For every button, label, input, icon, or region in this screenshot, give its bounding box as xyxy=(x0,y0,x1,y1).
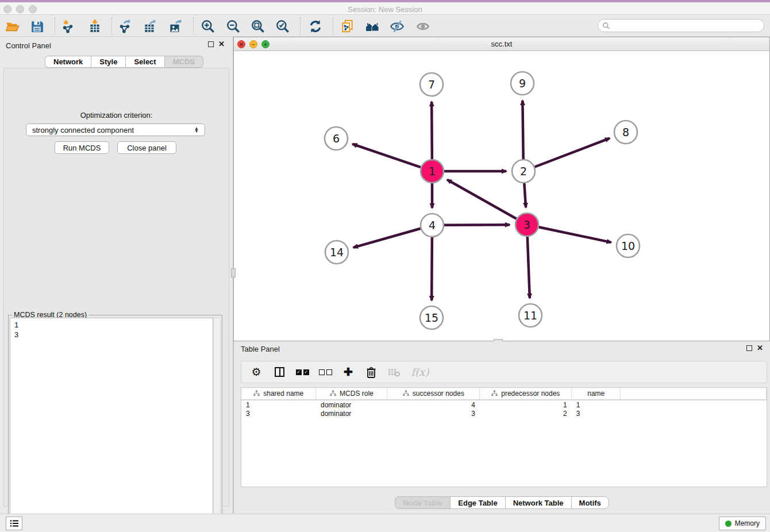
network-graph[interactable]: 7968124314101511 xyxy=(234,51,769,341)
save-session-button[interactable] xyxy=(29,19,44,34)
graph-node-6[interactable]: 6 xyxy=(325,127,348,150)
column-header-label: name xyxy=(587,390,605,398)
view-toggle-button[interactable] xyxy=(415,19,430,34)
hide-show-button[interactable] xyxy=(390,19,405,34)
column-header[interactable]: MCDS role xyxy=(316,388,387,400)
table-cell[interactable]: 1 xyxy=(241,400,316,409)
table-panel: Table Panel ✕ ⚙ ✓✓ ✚ f(x) xyxy=(233,341,770,514)
deselect-all-button[interactable] xyxy=(318,365,332,379)
global-search-input[interactable] xyxy=(610,21,764,31)
graph-node-3[interactable]: 3 xyxy=(515,213,538,236)
table-cell[interactable]: 4 xyxy=(387,400,480,409)
table-row[interactable]: 1dominator411 xyxy=(241,400,767,409)
result-scrollbar[interactable] xyxy=(213,318,221,532)
graph-node-9[interactable]: 9 xyxy=(511,72,534,95)
graph-edge-2-8[interactable] xyxy=(535,138,610,167)
graph-edge-3-1[interactable] xyxy=(447,180,517,219)
zoom-fit-button[interactable] xyxy=(251,19,265,34)
column-visibility-button[interactable] xyxy=(272,365,286,379)
clone-network-button[interactable] xyxy=(340,19,355,34)
close-panel-button[interactable]: Close panel xyxy=(117,141,176,154)
close-panel-icon[interactable]: ✕ xyxy=(218,41,225,47)
open-session-button[interactable] xyxy=(5,19,20,34)
tab-edge-table[interactable]: Edge Table xyxy=(450,496,505,509)
table-cell[interactable]: dominator xyxy=(316,400,387,409)
import-table-button[interactable] xyxy=(87,19,102,34)
status-bar: Memory xyxy=(0,514,770,532)
table-row[interactable]: 3dominator323 xyxy=(241,409,767,418)
graph-node-15[interactable]: 15 xyxy=(420,306,443,329)
graph-edge-1-7[interactable] xyxy=(432,102,432,159)
export-table-button[interactable] xyxy=(143,19,157,34)
run-mcds-button[interactable]: Run MCDS xyxy=(55,141,109,154)
tab-style[interactable]: Style xyxy=(91,56,125,68)
node-table[interactable]: shared nameMCDS rolesuccessor nodesprede… xyxy=(241,387,767,487)
graph-node-10[interactable]: 10 xyxy=(617,234,640,257)
refresh-button[interactable] xyxy=(308,19,323,34)
graph-node-2[interactable]: 2 xyxy=(512,160,535,183)
table-settings-button[interactable]: ⚙ xyxy=(249,365,263,379)
graph-edge-4-3[interactable] xyxy=(444,225,510,225)
column-header[interactable]: shared name xyxy=(241,388,316,400)
float-panel-icon[interactable] xyxy=(208,41,214,47)
result-item[interactable]: 3 xyxy=(14,330,209,340)
add-column-button[interactable]: ✚ xyxy=(341,365,355,379)
zoom-out-button[interactable] xyxy=(226,19,241,34)
criterion-dropdown[interactable]: strongly connected component ▲▼ xyxy=(26,124,205,136)
close-table-panel-icon[interactable]: ✕ xyxy=(757,345,763,351)
task-history-button[interactable] xyxy=(6,516,22,530)
graph-edge-3-11[interactable] xyxy=(528,237,530,298)
tab-network[interactable]: Network xyxy=(45,56,91,68)
table-cell[interactable]: 3 xyxy=(241,409,316,418)
tab-node-table[interactable]: Node Table xyxy=(395,496,450,509)
home-layout-button[interactable] xyxy=(365,19,380,34)
table-cell[interactable]: dominator xyxy=(316,409,387,418)
export-image-button[interactable] xyxy=(168,19,183,34)
zoom-in-button[interactable] xyxy=(201,19,215,34)
refresh-icon xyxy=(308,19,323,34)
graph-node-8[interactable]: 8 xyxy=(614,121,637,144)
list-icon xyxy=(10,519,19,527)
tab-mcds[interactable]: MCDS xyxy=(164,56,203,68)
graph-edge-2-3[interactable] xyxy=(524,183,526,207)
export-network-button[interactable] xyxy=(118,19,133,34)
zoom-selected-button[interactable] xyxy=(275,19,290,34)
zoom-selected-icon xyxy=(275,19,290,34)
select-all-button[interactable]: ✓✓ xyxy=(295,365,309,379)
graph-node-4[interactable]: 4 xyxy=(421,214,444,237)
network-window-titlebar[interactable]: ✕ − + scc.txt xyxy=(234,37,769,51)
zoom-out-icon xyxy=(226,19,241,34)
column-header[interactable]: name xyxy=(572,388,621,400)
column-header[interactable]: successor nodes xyxy=(387,388,480,400)
graph-node-1[interactable]: 1 xyxy=(421,160,444,183)
mcds-result-list[interactable]: 13 xyxy=(10,318,213,532)
graph-edge-3-10[interactable] xyxy=(539,227,611,242)
table-cell[interactable]: 3 xyxy=(387,409,480,418)
graph-node-14[interactable]: 14 xyxy=(325,241,348,264)
float-table-panel-icon[interactable] xyxy=(746,345,752,351)
tab-select[interactable]: Select xyxy=(125,56,164,68)
graph-edge-4-15[interactable] xyxy=(432,237,432,300)
splitter-grip-left[interactable] xyxy=(231,268,236,277)
table-cell[interactable]: 1 xyxy=(480,400,572,409)
table-cell[interactable]: 1 xyxy=(572,400,621,409)
graph-node-11[interactable]: 11 xyxy=(519,304,542,327)
tab-motifs[interactable]: Motifs xyxy=(571,496,609,509)
apply-function-button[interactable]: f(x) xyxy=(410,365,430,379)
table-cell[interactable]: 3 xyxy=(572,409,621,418)
optimization-criterion-label: Optimization criterion: xyxy=(4,111,229,119)
table-cell[interactable]: 2 xyxy=(480,409,572,418)
graph-edge-2-9[interactable] xyxy=(522,101,523,159)
graph-edge-1-6[interactable] xyxy=(352,144,421,168)
column-header[interactable]: predecessor nodes xyxy=(480,388,572,400)
tab-network-table[interactable]: Network Table xyxy=(505,496,571,509)
memory-button[interactable]: Memory xyxy=(719,516,766,530)
hierarchy-icon xyxy=(330,390,336,396)
graph-node-7[interactable]: 7 xyxy=(420,73,443,96)
import-network-button[interactable] xyxy=(60,19,75,34)
graph-edge-4-14[interactable] xyxy=(353,229,421,248)
result-item[interactable]: 1 xyxy=(14,320,209,330)
toolbar-separator xyxy=(111,17,112,34)
delete-table-button[interactable] xyxy=(387,365,401,379)
delete-column-button[interactable] xyxy=(364,365,378,379)
